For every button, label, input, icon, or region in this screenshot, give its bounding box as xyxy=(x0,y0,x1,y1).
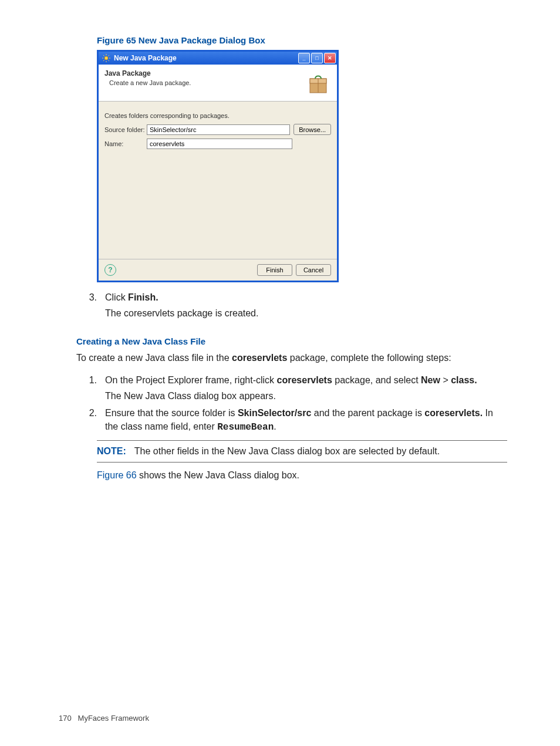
banner-description: Create a new Java package. xyxy=(104,79,305,86)
maximize-button[interactable]: □ xyxy=(311,53,323,63)
help-icon[interactable]: ? xyxy=(104,264,116,276)
source-folder-input[interactable] xyxy=(147,124,290,135)
step-number: 2. xyxy=(76,406,105,434)
body-note: Creates folders corresponding to package… xyxy=(104,112,331,119)
step-content: Ensure that the source folder is SkinSel… xyxy=(105,406,507,434)
browse-button[interactable]: Browse... xyxy=(294,124,331,135)
dialog-banner: Java Package Create a new Java package. xyxy=(99,65,337,102)
minimize-button[interactable]: _ xyxy=(298,53,310,63)
banner-title: Java Package xyxy=(104,69,305,77)
post-note-text: Figure 66 shows the New Java Class dialo… xyxy=(97,468,507,482)
sun-icon xyxy=(102,54,110,62)
svg-line-8 xyxy=(109,55,110,56)
step-text: Click xyxy=(105,292,128,302)
step-text-bold: Finish. xyxy=(128,292,158,302)
page-footer: 170 MyFaces Framework xyxy=(59,714,149,723)
step-number: 3. xyxy=(76,291,105,320)
note-block: NOTE: The other fields in the New Java C… xyxy=(97,440,507,462)
note-label: NOTE: xyxy=(97,444,126,458)
name-input[interactable] xyxy=(147,139,292,149)
svg-line-5 xyxy=(103,55,104,56)
source-folder-label: Source folder: xyxy=(104,126,147,133)
finish-button[interactable]: Finish xyxy=(257,264,292,276)
figure-caption: Figure 65 New Java Package Dialog Box xyxy=(97,35,507,45)
cancel-button[interactable]: Cancel xyxy=(296,264,331,276)
note-text: The other fields in the New Java Class d… xyxy=(134,444,440,458)
step-subtext: The coreservlets package is created. xyxy=(105,306,507,320)
dialog-footer: ? Finish Cancel xyxy=(99,259,337,281)
step-content: On the Project Explorer frame, right-cli… xyxy=(105,373,507,403)
dialog-new-java-package: New Java Package _ □ ✕ Java Package Crea… xyxy=(97,50,339,282)
figure-link[interactable]: Figure 66 xyxy=(97,470,137,480)
window-title: New Java Package xyxy=(114,54,177,62)
section-heading: Creating a New Java Class File xyxy=(76,336,507,346)
step-number: 1. xyxy=(76,373,105,403)
svg-point-0 xyxy=(104,56,108,60)
close-button[interactable]: ✕ xyxy=(324,53,336,63)
svg-line-7 xyxy=(103,60,104,62)
titlebar[interactable]: New Java Package _ □ ✕ xyxy=(99,52,337,65)
intro-paragraph: To create a new Java class file in the c… xyxy=(76,351,507,364)
dialog-body: Creates folders corresponding to package… xyxy=(99,102,337,259)
svg-line-6 xyxy=(109,60,110,62)
name-label: Name: xyxy=(104,140,147,147)
package-icon xyxy=(305,69,331,95)
